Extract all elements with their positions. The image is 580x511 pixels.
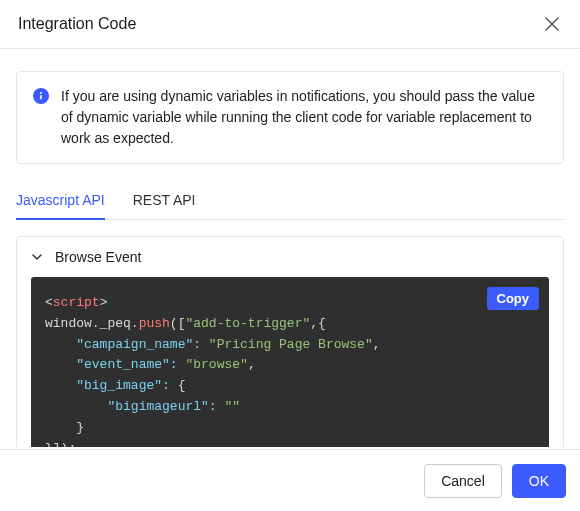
code-block: Copy<script> window._peq.push(["add-to-t… [31, 277, 549, 447]
tab-rest-api[interactable]: REST API [133, 182, 196, 220]
ok-button[interactable]: OK [512, 464, 566, 498]
chevron-down-icon [31, 251, 43, 263]
dialog-header: Integration Code [0, 0, 580, 49]
svg-rect-1 [40, 95, 42, 100]
accordion-title: Browse Event [55, 249, 141, 265]
tabs: Javascript API REST API [16, 182, 564, 220]
dialog-content: If you are using dynamic variables in no… [0, 49, 580, 447]
svg-point-0 [40, 92, 42, 94]
close-icon[interactable] [542, 14, 562, 34]
accordion-browse-event: Browse Event Copy<script> window._peq.pu… [16, 236, 564, 447]
info-text: If you are using dynamic variables in no… [61, 86, 547, 149]
info-icon [33, 88, 49, 104]
dialog-footer: Cancel OK [0, 449, 580, 511]
info-banner: If you are using dynamic variables in no… [16, 71, 564, 164]
copy-button[interactable]: Copy [487, 287, 540, 310]
dialog-title: Integration Code [18, 15, 136, 33]
cancel-button[interactable]: Cancel [424, 464, 502, 498]
accordion-header[interactable]: Browse Event [17, 237, 563, 277]
tab-javascript-api[interactable]: Javascript API [16, 182, 105, 220]
